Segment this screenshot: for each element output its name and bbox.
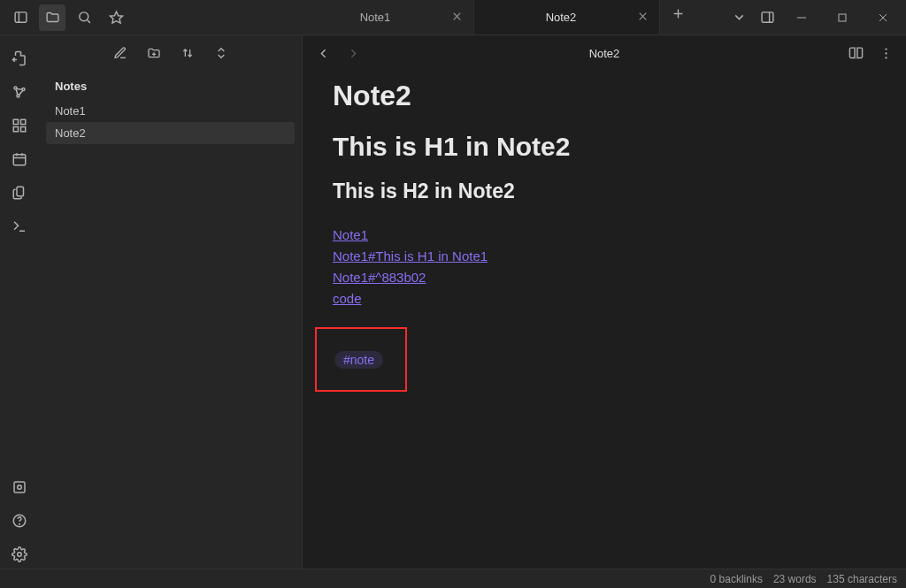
right-sidebar-toggle-icon[interactable] bbox=[754, 4, 780, 31]
sort-icon[interactable] bbox=[175, 41, 200, 65]
file-item-note2[interactable]: Note2 bbox=[46, 122, 295, 144]
new-folder-icon[interactable] bbox=[142, 41, 166, 65]
svg-rect-26 bbox=[21, 127, 26, 132]
heading-2: This is H2 in Note2 bbox=[333, 179, 876, 203]
heading-1: This is H1 in Note2 bbox=[333, 132, 876, 162]
svg-point-17 bbox=[14, 87, 17, 89]
tab-label: Note1 bbox=[306, 11, 444, 24]
svg-rect-23 bbox=[13, 119, 18, 124]
nav-back-icon[interactable] bbox=[310, 40, 336, 66]
svg-rect-25 bbox=[13, 127, 18, 132]
canvas-icon[interactable] bbox=[5, 111, 34, 140]
svg-point-44 bbox=[885, 57, 887, 58]
svg-point-2 bbox=[79, 12, 88, 21]
tab-note1[interactable]: Note1 bbox=[288, 0, 474, 34]
svg-rect-0 bbox=[15, 12, 27, 22]
svg-point-18 bbox=[22, 88, 25, 91]
close-icon[interactable] bbox=[451, 11, 463, 25]
sidebar-toolbar bbox=[39, 35, 302, 71]
bookmarks-icon[interactable] bbox=[103, 4, 129, 31]
new-note-icon[interactable] bbox=[108, 41, 133, 65]
command-palette-icon[interactable] bbox=[5, 212, 34, 241]
svg-point-37 bbox=[18, 553, 22, 557]
svg-point-36 bbox=[19, 523, 20, 524]
titlebar-left bbox=[0, 0, 129, 34]
svg-point-42 bbox=[885, 48, 887, 50]
status-words[interactable]: 23 words bbox=[773, 573, 817, 585]
internal-link-code[interactable]: code bbox=[333, 288, 362, 309]
note-title: Note2 bbox=[333, 80, 876, 112]
svg-rect-27 bbox=[13, 155, 26, 165]
editor-pane: Note2 Note2 This is H1 in Note2 This is … bbox=[303, 35, 906, 569]
search-icon[interactable] bbox=[71, 4, 97, 31]
tabs-container: Note1 Note2 bbox=[288, 0, 695, 34]
internal-link[interactable]: Note1 bbox=[333, 225, 368, 246]
svg-line-22 bbox=[19, 91, 23, 95]
svg-rect-11 bbox=[762, 12, 773, 22]
svg-line-21 bbox=[16, 89, 18, 95]
help-icon[interactable] bbox=[5, 507, 34, 535]
svg-line-3 bbox=[87, 20, 89, 23]
internal-heading-link[interactable]: Note1#This is H1 in Note1 bbox=[333, 246, 488, 267]
vault-icon[interactable] bbox=[5, 473, 34, 501]
file-item-note1[interactable]: Note1 bbox=[46, 100, 295, 122]
templates-icon[interactable] bbox=[5, 179, 34, 207]
files-icon[interactable] bbox=[39, 4, 65, 31]
main-area: Notes Note1 Note2 Note2 bbox=[0, 35, 906, 569]
tag-note[interactable]: #note bbox=[334, 351, 383, 369]
more-options-icon[interactable] bbox=[872, 40, 899, 66]
svg-rect-33 bbox=[14, 482, 25, 493]
window-close-button[interactable] bbox=[864, 0, 902, 35]
quick-switcher-icon[interactable] bbox=[5, 44, 34, 73]
editor-header: Note2 bbox=[303, 35, 906, 71]
left-ribbon bbox=[0, 35, 39, 569]
settings-icon[interactable] bbox=[5, 540, 34, 569]
titlebar: Note1 Note2 bbox=[0, 0, 906, 35]
svg-point-43 bbox=[885, 52, 887, 54]
status-backlinks[interactable]: 0 backlinks bbox=[710, 573, 763, 585]
tab-list-dropdown-icon[interactable] bbox=[726, 4, 752, 31]
note-content[interactable]: Note2 This is H1 in Note2 This is H2 in … bbox=[303, 71, 906, 409]
status-bar: 0 backlinks 23 words 135 characters bbox=[0, 569, 906, 588]
file-explorer: Notes Note1 Note2 bbox=[39, 35, 303, 569]
tab-label: Note2 bbox=[492, 11, 630, 24]
nav-forward-icon[interactable] bbox=[340, 40, 366, 66]
close-icon[interactable] bbox=[637, 11, 649, 25]
svg-rect-24 bbox=[21, 119, 26, 124]
editor-title: Note2 bbox=[366, 47, 842, 60]
svg-marker-4 bbox=[110, 11, 122, 23]
reading-view-icon[interactable] bbox=[842, 40, 869, 66]
daily-note-icon[interactable] bbox=[5, 145, 34, 173]
sidebar-section-title: Notes bbox=[39, 71, 302, 100]
svg-point-34 bbox=[18, 485, 22, 490]
left-sidebar-toggle-icon[interactable] bbox=[7, 4, 34, 31]
internal-block-link[interactable]: Note1#^883b02 bbox=[333, 267, 426, 288]
new-tab-button[interactable] bbox=[660, 0, 695, 27]
links-block: Note1 Note1#This is H1 in Note1 Note1#^8… bbox=[333, 225, 876, 309]
window-minimize-button[interactable] bbox=[782, 0, 821, 35]
file-list: Note1 Note2 bbox=[39, 100, 302, 144]
collapse-expand-icon[interactable] bbox=[209, 41, 234, 65]
titlebar-right bbox=[726, 0, 906, 34]
svg-rect-14 bbox=[839, 14, 846, 21]
status-characters[interactable]: 135 characters bbox=[827, 573, 897, 585]
tab-note2[interactable]: Note2 bbox=[474, 0, 660, 34]
graph-view-icon[interactable] bbox=[5, 78, 34, 106]
window-maximize-button[interactable] bbox=[823, 0, 862, 35]
svg-rect-31 bbox=[17, 187, 24, 196]
highlight-annotation: #note bbox=[315, 327, 407, 392]
